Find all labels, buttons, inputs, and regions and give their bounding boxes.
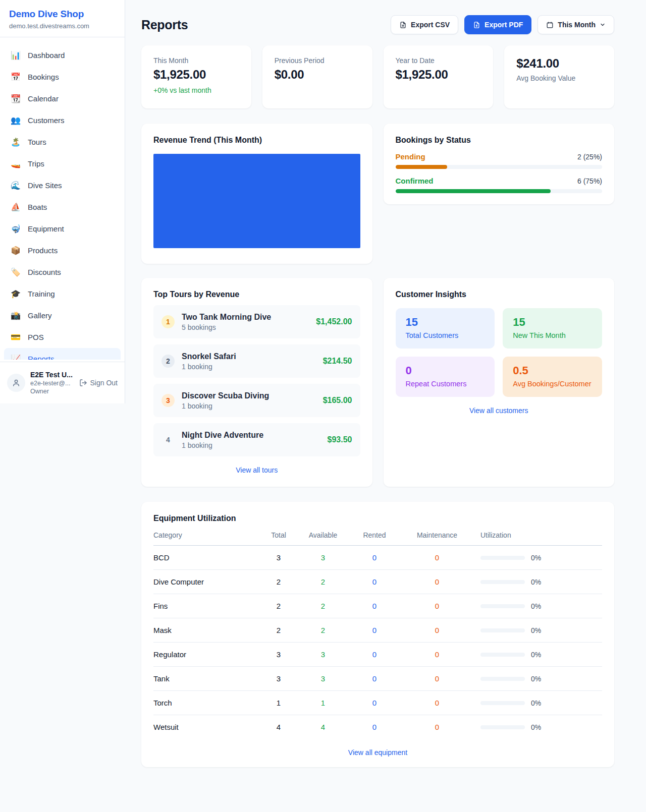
- stat-label: Previous Period: [275, 56, 360, 65]
- speedboat-icon: 🚤: [10, 159, 21, 168]
- tour-name: Discover Scuba Diving: [182, 391, 269, 400]
- stat-label: Avg Booking Value: [516, 74, 602, 82]
- tour-amount: $1,452.00: [316, 317, 352, 326]
- customer-insights-card: Customer Insights 15 Total Customers 15 …: [384, 278, 615, 487]
- stat-value: $1,925.00: [396, 68, 481, 82]
- credit-card-icon: 💳: [10, 332, 21, 342]
- sidebar-item-trips[interactable]: 🚤Trips: [4, 153, 121, 175]
- cell-category: Tank: [153, 667, 259, 691]
- file-download-icon: [473, 21, 480, 29]
- cell-available: 2: [298, 570, 348, 594]
- insight-label: Repeat Customers: [406, 380, 485, 388]
- cell-rented: 0: [348, 715, 401, 739]
- sidebar-item-products[interactable]: 📦Products: [4, 240, 121, 261]
- rank-badge: 4: [162, 433, 175, 446]
- status-value: 2 (25%): [577, 153, 602, 161]
- equipment-utilization-title: Equipment Utilization: [153, 514, 602, 523]
- cell-rented: 0: [348, 570, 401, 594]
- column-header: Maintenance: [401, 531, 473, 546]
- view-all-customers-link[interactable]: View all customers: [469, 407, 528, 415]
- cell-rented: 0: [348, 691, 401, 715]
- utilization-bar: [480, 677, 525, 681]
- view-all-equipment-link[interactable]: View all equipment: [348, 748, 407, 757]
- sidebar-item-gallery[interactable]: 📸Gallery: [4, 305, 121, 326]
- insight-label: New This Month: [513, 331, 592, 339]
- sidebar-item-dashboard[interactable]: 📊Dashboard: [4, 44, 121, 66]
- export-csv-button[interactable]: Export CSV: [391, 15, 458, 34]
- insight-value: 0: [406, 364, 485, 377]
- insight-value: 15: [406, 316, 485, 329]
- tour-bookings: 1 booking: [182, 402, 269, 410]
- column-header: Category: [153, 531, 259, 546]
- column-header: Rented: [348, 531, 401, 546]
- avatar: [7, 374, 25, 392]
- sidebar-item-label: Tours: [28, 138, 46, 146]
- insight-tile: 0 Repeat Customers: [396, 357, 495, 397]
- sidebar-item-customers[interactable]: 👥Customers: [4, 109, 121, 131]
- export-pdf-button[interactable]: Export PDF: [464, 15, 531, 34]
- utilization-bar: [480, 628, 525, 632]
- sidebar-item-dive-sites[interactable]: 🌊Dive Sites: [4, 175, 121, 196]
- sidebar-item-bookings[interactable]: 📅Bookings: [4, 66, 121, 88]
- sidebar-item-label: Products: [28, 246, 58, 255]
- utilization-percent: 0%: [531, 699, 541, 707]
- cell-total: 1: [259, 691, 298, 715]
- calendar-icon: 📆: [10, 94, 21, 103]
- tour-row: 4 Night Dive Adventure 1 booking $93.50: [153, 423, 360, 456]
- file-download-icon: [399, 21, 407, 29]
- equipment-utilization-card: Equipment Utilization Category Total Ava…: [141, 502, 614, 767]
- revenue-trend-title: Revenue Trend (This Month): [153, 136, 360, 145]
- cell-total: 2: [259, 570, 298, 594]
- column-header: Total: [259, 531, 298, 546]
- page-title: Reports: [141, 18, 188, 32]
- top-tours-title: Top Tours by Revenue: [153, 290, 360, 299]
- period-dropdown[interactable]: This Month: [537, 15, 614, 34]
- sidebar-item-equipment[interactable]: 🤿Equipment: [4, 218, 121, 240]
- cell-category: Dive Computer: [153, 570, 259, 594]
- cell-rented: 0: [348, 546, 401, 570]
- sailboat-icon: ⛵: [10, 202, 21, 212]
- view-all-tours-link[interactable]: View all tours: [236, 466, 278, 474]
- table-row: Tank33000%: [153, 667, 602, 691]
- cell-maintenance: 0: [401, 546, 473, 570]
- sidebar-item-discounts[interactable]: 🏷️Discounts: [4, 261, 121, 283]
- tour-row: 2 Snorkel Safari 1 booking $214.50: [153, 344, 360, 378]
- utilization-percent: 0%: [531, 651, 541, 659]
- sidebar-item-tours[interactable]: 🏝️Tours: [4, 131, 121, 153]
- sidebar-item-pos[interactable]: 💳POS: [4, 326, 121, 348]
- tour-row: 3 Discover Scuba Diving 1 booking $165.0…: [153, 384, 360, 417]
- sign-out-button[interactable]: Sign Out: [79, 379, 118, 387]
- table-row: Wetsuit44000%: [153, 715, 602, 739]
- sidebar-item-boats[interactable]: ⛵Boats: [4, 196, 121, 218]
- table-row: Mask22000%: [153, 618, 602, 643]
- cell-available: 3: [298, 546, 348, 570]
- sidebar-item-label: POS: [28, 333, 44, 341]
- utilization-bar: [480, 653, 525, 657]
- cell-maintenance: 0: [401, 643, 473, 667]
- equipment-table-body: BCD33000%Dive Computer22000%Fins22000%Ma…: [153, 546, 602, 739]
- stat-delta: +0% vs last month: [153, 86, 239, 94]
- camera-icon: 📸: [10, 311, 21, 320]
- sidebar-item-training[interactable]: 🎓Training: [4, 283, 121, 305]
- tour-bookings: 1 booking: [182, 363, 236, 371]
- insight-value: 0.5: [513, 364, 592, 377]
- table-row: Torch11000%: [153, 691, 602, 715]
- cell-maintenance: 0: [401, 667, 473, 691]
- sidebar-item-reports[interactable]: 📈Reports: [4, 348, 121, 360]
- stats-row: This Month $1,925.00 +0% vs last month P…: [141, 45, 614, 108]
- sidebar-item-label: Equipment: [28, 224, 64, 233]
- customers-icon: 👥: [10, 115, 21, 125]
- cell-rented: 0: [348, 618, 401, 643]
- brand-name[interactable]: Demo Dive Shop: [9, 9, 116, 20]
- table-row: Regulator33000%: [153, 643, 602, 667]
- status-value: 6 (75%): [577, 177, 602, 185]
- cell-maintenance: 0: [401, 691, 473, 715]
- bookings-calendar-icon: 📅: [10, 72, 21, 82]
- table-row: Dive Computer22000%: [153, 570, 602, 594]
- sidebar-item-label: Training: [28, 289, 55, 298]
- cell-category: BCD: [153, 546, 259, 570]
- tour-name: Snorkel Safari: [182, 352, 236, 361]
- sidebar-item-calendar[interactable]: 📆Calendar: [4, 88, 121, 109]
- user-panel: E2E Test U... e2e-tester@... Owner Sign …: [0, 362, 125, 403]
- insight-label: Total Customers: [406, 331, 485, 339]
